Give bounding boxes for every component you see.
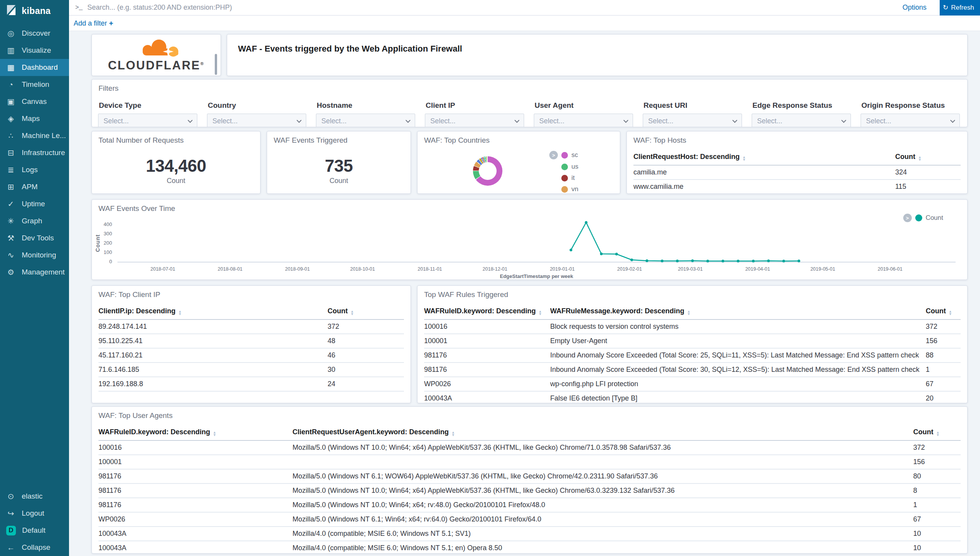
filter-select-edge-response-status[interactable]: Select...: [752, 114, 851, 127]
table-row[interactable]: WP0026wp-config.php LFI protection67: [424, 377, 961, 391]
table-row[interactable]: WP0026Mozilla/5.0 (Windows NT 6.1; Win64…: [98, 512, 961, 527]
table-cell: WP0026: [98, 512, 292, 527]
column-header-clientip-ip-descending[interactable]: ClientIP.ip: Descending▲▼: [98, 302, 328, 319]
canvas-icon: ▣: [6, 97, 16, 106]
table-row[interactable]: 981176Mozilla/5.0 (Windows NT 10.0; Win6…: [98, 498, 961, 512]
sidebar-item-graph[interactable]: ✳Graph: [0, 212, 69, 230]
sidebar-item-logout[interactable]: ↪Logout: [0, 505, 69, 522]
sidebar-item-uptime[interactable]: ✓Uptime: [0, 195, 69, 212]
sidebar-item-visualize[interactable]: ▥Visualize: [0, 42, 69, 59]
legend-series-label[interactable]: Count: [926, 214, 943, 222]
chevron-down-icon: [188, 118, 193, 123]
table-row[interactable]: camilia.me324: [633, 165, 961, 180]
kibana-logo[interactable]: kibana: [0, 0, 69, 22]
top-countries-panel: WAF: Top Countries >scusitvn: [417, 131, 620, 194]
panel-title: Filters: [92, 79, 967, 93]
filter-select-origin-response-status[interactable]: Select...: [861, 114, 960, 127]
sidebar-item-dashboard[interactable]: ▦Dashboard: [0, 59, 69, 76]
top-client-ip-panel: WAF: Top Client IP ClientIP.ip: Descendi…: [91, 285, 411, 403]
sidebar-item-label: Machine Le...: [22, 131, 66, 140]
waf-events-panel: WAF Events Triggered 735 Count: [267, 131, 411, 194]
kibana-logo-icon: [5, 4, 17, 17]
filter-select-device-type[interactable]: Select...: [98, 114, 197, 127]
svg-text:2019-05-01: 2019-05-01: [810, 266, 835, 272]
refresh-button[interactable]: ↻ Refresh: [940, 0, 980, 16]
filter-select-country[interactable]: Select...: [207, 114, 306, 127]
table-row[interactable]: 100043AMozilla/4.0 (compatible; MSIE 6.0…: [98, 541, 961, 554]
filter-select-request-uri[interactable]: Select...: [643, 114, 742, 127]
legend-item-vn[interactable]: vn: [549, 185, 578, 193]
legend-label: us: [571, 163, 578, 171]
filter-bar: Add a filter +: [69, 16, 980, 31]
column-header-clientrequesthost-descending[interactable]: ClientRequestHost: Descending▲▼: [633, 148, 895, 165]
column-header-count[interactable]: Count▲▼: [913, 423, 961, 440]
column-header-count[interactable]: Count▲▼: [328, 302, 404, 319]
table-row[interactable]: 981176Inbound Anomaly Score Exceeded (To…: [424, 363, 961, 377]
filter-select-hostname[interactable]: Select...: [316, 114, 415, 127]
sidebar-item-monitoring[interactable]: ∿Monitoring: [0, 247, 69, 264]
chevron-down-icon: [732, 118, 737, 123]
sidebar-item-logs[interactable]: ≣Logs: [0, 161, 69, 178]
table-row[interactable]: 45.117.160.2146: [98, 348, 404, 363]
filter-select-client-ip[interactable]: Select...: [425, 114, 524, 127]
add-filter-link[interactable]: Add a filter +: [74, 19, 113, 28]
column-header-count[interactable]: Count▲▼: [926, 302, 961, 319]
table-row[interactable]: 100043AFalse IE6 detection [Type B]20: [424, 391, 961, 403]
table-row[interactable]: 95.110.225.4148: [98, 334, 404, 348]
select-placeholder: Select...: [539, 117, 564, 125]
sidebar-item-canvas[interactable]: ▣Canvas: [0, 93, 69, 110]
legend-item-us[interactable]: us: [549, 163, 578, 171]
table-row[interactable]: 100043AMozilla/4.0 (compatible; MSIE 6.0…: [98, 527, 961, 541]
sidebar-item-timelion[interactable]: ◔Timelion: [0, 76, 69, 93]
table-row[interactable]: 100016Block requests to version control …: [424, 319, 961, 334]
table-row[interactable]: 100001156: [98, 455, 961, 469]
column-header-wafruleid-keyword-descending[interactable]: WAFRuleID.keyword: Descending▲▼: [424, 302, 550, 319]
sidebar-item-apm[interactable]: ⊞APM: [0, 178, 69, 195]
svg-text:2018-08-01: 2018-08-01: [218, 266, 243, 272]
legend-item-it[interactable]: it: [549, 174, 578, 182]
table-row[interactable]: 100001Empty User-Agent156: [424, 334, 961, 348]
table-row[interactable]: www.camilia.me115: [633, 180, 961, 194]
sidebar-item-default[interactable]: DDefault: [0, 522, 69, 539]
table-row[interactable]: 192.169.188.824: [98, 377, 404, 391]
sidebar-item-maps[interactable]: ◈Maps: [0, 110, 69, 127]
table-row[interactable]: 89.248.174.141372: [98, 319, 404, 334]
sidebar-item-label: Collapse: [22, 543, 50, 552]
events-over-time-line-chart[interactable]: Count01002003004002018-07-012018-08-0120…: [92, 200, 967, 280]
column-header-count[interactable]: Count▲▼: [895, 148, 961, 165]
sidebar-item-discover[interactable]: ◎Discover: [0, 25, 69, 42]
column-header-wafrulemessage-keyword-descending[interactable]: WAFRuleMessage.keyword: Descending▲▼: [550, 302, 926, 319]
sidebar-item-infrastructure[interactable]: ⊟Infrastructure: [0, 144, 69, 161]
dashboard-content: CLOUDFLARE® WAF - Events triggered by th…: [69, 31, 980, 556]
options-link[interactable]: Options: [902, 3, 927, 12]
table-cell: Empty User-Agent: [550, 334, 926, 348]
chevron-down-icon: [841, 118, 846, 123]
filter-select-user-agent[interactable]: Select...: [534, 114, 633, 127]
wrench-icon: ⚒: [6, 233, 16, 243]
table-row[interactable]: 981176Mozilla/5.0 (Windows NT 10.0; Win6…: [98, 483, 961, 498]
table-row[interactable]: 71.6.146.18530: [98, 363, 404, 377]
sidebar-item-machine-le[interactable]: ∴Machine Le...: [0, 127, 69, 144]
sidebar-item-dev-tools[interactable]: ⚒Dev Tools: [0, 230, 69, 247]
sidebar-item-elastic[interactable]: ⊙elastic: [0, 488, 69, 505]
legend-toggle-icon[interactable]: >: [903, 214, 912, 222]
search-input[interactable]: [87, 3, 895, 12]
table-row[interactable]: 981176Mozilla/5.0 (Windows NT 6.1; WOW64…: [98, 469, 961, 483]
legend-series-dot[interactable]: [915, 214, 922, 221]
legend-toggle-icon[interactable]: >: [549, 151, 558, 159]
table-row[interactable]: 981176Inbound Anomaly Score Exceeded (To…: [424, 348, 961, 363]
table-cell: 48: [328, 334, 404, 348]
sidebar-item-label: Logout: [22, 509, 44, 518]
column-header-wafruleid-keyword-descending[interactable]: WAFRuleID.keyword: Descending▲▼: [98, 423, 292, 440]
sidebar-item-management[interactable]: ⚙Management: [0, 264, 69, 281]
top-countries-donut-chart[interactable]: [473, 156, 502, 186]
table-cell: 100016: [424, 319, 550, 334]
sidebar-item-label: Discover: [22, 29, 50, 38]
legend-item-sc[interactable]: >sc: [549, 151, 578, 159]
panel-scrollbar[interactable]: [215, 54, 217, 75]
table-cell: 95.110.225.41: [98, 334, 328, 348]
chevron-down-icon: [297, 118, 302, 123]
column-header-clientrequestuseragent-keyword-descending[interactable]: ClientRequestUserAgent.keyword: Descendi…: [292, 423, 913, 440]
table-row[interactable]: 100016Mozilla/5.0 (Windows NT 10.0; Win6…: [98, 440, 961, 455]
sidebar-item-collapse[interactable]: ←Collapse: [0, 539, 69, 556]
